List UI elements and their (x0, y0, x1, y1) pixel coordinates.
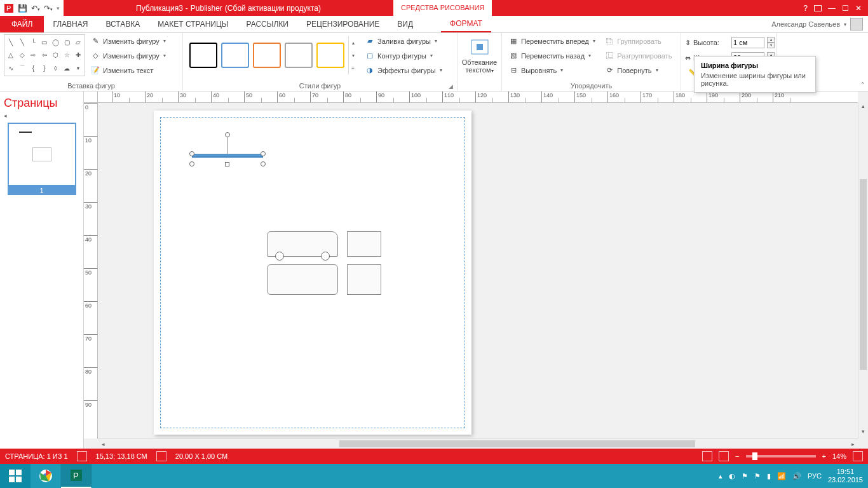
shape-more1-icon[interactable]: ▱ (72, 36, 83, 48)
zoom-slider-knob[interactable] (752, 452, 757, 460)
tab-file[interactable]: ФАЙЛ (0, 16, 44, 32)
tab-home[interactable]: ГЛАВНАЯ (44, 16, 97, 32)
shape-roundrect-icon[interactable]: ▢ (62, 36, 72, 48)
tray-network-icon[interactable]: ▮ (767, 472, 771, 480)
shape-rect-icon[interactable]: ▭ (39, 36, 50, 48)
tab-format[interactable]: ФОРМАТ (441, 16, 491, 32)
scroll-left-icon[interactable]: ◂ (98, 439, 108, 449)
shape-fill-button[interactable]: ▰Заливка фигуры▾ (362, 34, 445, 48)
shape-effects-button[interactable]: ◑Эффекты фигуры▾ (362, 64, 445, 77)
shape-arrow-icon[interactable]: ⇨ (28, 49, 39, 61)
vertical-scroll-thumb[interactable] (860, 179, 867, 370)
zoom-in-icon[interactable]: + (822, 452, 826, 460)
shape-triangle-icon[interactable]: △ (6, 49, 17, 61)
tab-page-design[interactable]: МАКЕТ СТРАНИЦЫ (149, 16, 237, 32)
rotate-button[interactable]: ⟳Повернуть▾ (602, 64, 677, 77)
shape-style-gallery[interactable]: ▴▾≡ (187, 34, 360, 76)
shape-star-icon[interactable]: ☆ (62, 49, 72, 61)
shape-hex-icon[interactable]: ⬡ (50, 49, 61, 61)
style-preset-5[interactable] (316, 43, 344, 68)
resize-handle-bl[interactable] (189, 161, 194, 166)
scroll-right-icon[interactable]: ▸ (848, 439, 858, 449)
view-single-icon[interactable] (702, 451, 712, 461)
zoom-level[interactable]: 14% (832, 452, 846, 460)
start-button[interactable] (0, 464, 31, 488)
scroll-up-icon[interactable]: ▴ (858, 103, 868, 113)
tab-review[interactable]: РЕЦЕНЗИРОВАНИЕ (297, 16, 388, 32)
gallery-more-icon[interactable]: ▾ (72, 62, 83, 74)
style-gallery-more[interactable]: ▴▾≡ (348, 36, 357, 74)
shapes-gallery[interactable]: ╲ ╲ └ ▭ ◯ ▢ ▱ △ ◇ ⇨ ⇦ ⬡ ☆ ✚ ∿ ⌒ { } ◊ ☁ (4, 34, 85, 76)
tray-flag2-icon[interactable]: ⚑ (754, 472, 761, 480)
zoom-slider[interactable] (746, 455, 816, 458)
shape-styles-launcher-icon[interactable]: ◢ (449, 83, 453, 90)
change-shape-button[interactable]: ◇Изменить фигуру▾ (88, 49, 168, 62)
shape-plus-icon[interactable]: ✚ (72, 49, 83, 61)
tab-view[interactable]: ВИД (388, 16, 422, 32)
tray-icon-1[interactable]: ◐ (729, 472, 735, 480)
send-backward-button[interactable]: ▧Переместить назад▾ (506, 49, 599, 62)
tray-volume-icon[interactable]: 🔊 (792, 472, 801, 480)
shape-curve-icon[interactable]: ∿ (6, 62, 17, 74)
tab-mailings[interactable]: РАССЫЛКИ (238, 16, 297, 32)
maximize-icon[interactable]: ☐ (842, 4, 849, 13)
page-thumbnail[interactable] (8, 123, 76, 186)
wrap-text-button[interactable]: Обтекание текстом▾ (461, 34, 498, 75)
height-input[interactable] (731, 37, 764, 48)
save-icon[interactable]: 💾 (18, 4, 27, 13)
vertical-scrollbar[interactable]: ▴ ▾ (858, 103, 868, 438)
close-icon[interactable]: ✕ (855, 4, 862, 13)
shape-brace-icon[interactable]: { (28, 62, 39, 74)
shape-brace2-icon[interactable]: } (39, 62, 50, 74)
style-preset-1[interactable] (189, 43, 217, 68)
style-preset-4[interactable] (285, 43, 313, 68)
taskbar-chrome[interactable] (31, 464, 61, 488)
shape-line2-icon[interactable]: ╲ (17, 36, 28, 48)
view-two-page-icon[interactable] (719, 451, 729, 461)
edit-shape-button[interactable]: ✎Изменить фигуру▾ (88, 34, 168, 48)
tray-language[interactable]: РУС (808, 472, 822, 480)
tray-clock[interactable]: 19:51 23.02.2015 (828, 468, 863, 484)
shape-callout-icon[interactable]: ◊ (50, 62, 61, 74)
qat-customize-icon[interactable]: ▾ (57, 5, 60, 11)
style-preset-2[interactable] (221, 43, 249, 68)
scroll-down-icon[interactable]: ▾ (858, 428, 868, 438)
align-button[interactable]: ⊟Выровнять▾ (506, 64, 599, 77)
status-page[interactable]: СТРАНИЦА: 1 ИЗ 1 (5, 452, 68, 460)
car-blueprint-image[interactable] (267, 231, 381, 295)
tray-flag-icon[interactable]: ⚑ (742, 472, 748, 480)
shape-line-body[interactable] (192, 154, 263, 158)
zoom-whole-page-icon[interactable] (853, 451, 863, 461)
vertical-ruler[interactable]: 0102030405060708090 (84, 103, 98, 438)
undo-icon[interactable]: ↶▾ (31, 4, 40, 13)
resize-handle-tl[interactable] (189, 151, 194, 156)
collapse-ribbon-icon[interactable]: ˄ (861, 81, 864, 88)
shape-arrow2-icon[interactable]: ⇦ (39, 49, 50, 61)
tab-insert[interactable]: ВСТАВКА (97, 16, 149, 32)
rotation-handle[interactable] (225, 132, 230, 137)
shape-outline-button[interactable]: ▢Контур фигуры▾ (362, 49, 445, 62)
tray-wifi-icon[interactable]: 📶 (777, 472, 786, 480)
redo-icon[interactable]: ↷▾ (44, 4, 53, 13)
shape-curve2-icon[interactable]: ⌒ (17, 62, 28, 74)
resize-handle-tr[interactable] (261, 151, 266, 156)
zoom-out-icon[interactable]: − (735, 452, 739, 460)
minimize-icon[interactable]: — (828, 4, 836, 13)
horizontal-scrollbar[interactable]: ◂ ▸ (98, 438, 858, 449)
bring-forward-button[interactable]: ▦Переместить вперед▾ (506, 34, 599, 48)
page-canvas[interactable] (154, 111, 471, 435)
shape-connector-icon[interactable]: └ (28, 36, 39, 48)
horizontal-ruler[interactable]: 0102030405060708090100110120130140150160… (98, 92, 858, 103)
pages-panel-collapse-icon[interactable]: ◂ (4, 112, 79, 119)
style-preset-3[interactable] (253, 43, 281, 68)
height-spinner[interactable]: ▴▾ (767, 37, 775, 48)
help-icon[interactable]: ? (803, 4, 808, 13)
tray-show-hidden-icon[interactable]: ▴ (719, 472, 722, 480)
shape-oval-icon[interactable]: ◯ (50, 36, 61, 48)
resize-handle-bm[interactable] (225, 162, 229, 166)
shape-rhombus-icon[interactable]: ◇ (17, 49, 28, 61)
account-user[interactable]: Александр Савельев ▾ (766, 16, 868, 32)
resize-handle-br[interactable] (261, 161, 266, 166)
shape-cloud-icon[interactable]: ☁ (62, 62, 72, 74)
selected-shape[interactable] (192, 154, 263, 158)
